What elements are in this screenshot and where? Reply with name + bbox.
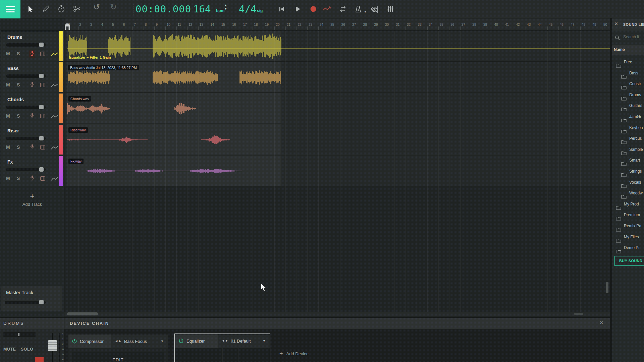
solo-button[interactable]: S [17,176,20,181]
library-folder-my-files[interactable]: My Files [612,232,644,242]
track-header-bass[interactable]: BassMS [1,62,63,93]
close-icon[interactable]: × [600,319,603,326]
volume-fader-knob[interactable] [48,340,57,351]
library-folder-my-prod[interactable]: My Prod [612,199,644,209]
pan-slider[interactable] [3,332,36,337]
menu-button[interactable] [0,0,20,18]
cursor-tool-button[interactable] [27,5,36,14]
loop-button[interactable] [339,6,347,14]
track-lane-drums[interactable]: Equalizer – Filter 1 Gain [64,31,610,62]
audio-clip[interactable] [86,156,242,186]
library-folder-woodw[interactable]: Woodw [612,188,644,198]
solo-button[interactable]: S [17,144,20,150]
mute-button[interactable]: M [6,51,10,56]
track-lane-fx[interactable]: Fx.wav [64,156,610,186]
mute-button[interactable]: M [6,82,10,87]
dropdown-icon[interactable]: ▼ [161,340,164,343]
automation-icon[interactable] [51,176,58,182]
track-volume-slider[interactable] [6,168,46,171]
library-folder-strings[interactable]: Strings [612,166,644,177]
time-display[interactable]: 00:00.000 [136,3,191,15]
mic-icon[interactable] [30,82,34,88]
automation-icon[interactable] [51,83,58,89]
preset-selector[interactable]: ◀ ▶ 01 Default ▼ [218,334,270,348]
audio-clip[interactable] [174,93,196,124]
volume-knob[interactable] [39,167,44,172]
metronome-dropdown-icon[interactable]: ▼ [364,10,367,13]
library-folder-percus[interactable]: Percus [612,133,644,144]
piano-roll-icon[interactable] [40,145,45,151]
power-icon[interactable] [178,338,184,344]
playhead-marker[interactable] [64,22,71,31]
power-icon[interactable] [72,339,77,344]
device-compressor[interactable]: Compressor ◀ ▶ Bass Focus ▼ EDIT [68,335,168,362]
play-button[interactable] [294,6,303,14]
scrollbar-thumb[interactable] [67,312,98,315]
solo-button[interactable]: S [17,82,20,87]
device-equalizer[interactable]: Equalizer ◀ ▶ 01 Default ▼ [174,334,270,362]
horizontal-scrollbar[interactable] [64,312,610,316]
bpm-stepper[interactable]: ▲ ▼ [224,4,227,10]
audio-clip[interactable] [153,31,281,62]
volume-knob[interactable] [39,105,44,109]
library-folder-sample[interactable]: Sample [612,144,644,155]
track-volume-slider[interactable] [6,74,46,78]
library-folder-keyboa[interactable]: Keyboa [612,122,644,133]
stopwatch-tool-button[interactable] [58,4,66,13]
automation-icon[interactable] [51,52,58,58]
volume-knob[interactable] [39,74,44,78]
piano-roll-icon[interactable] [40,82,45,88]
equalizer-graph[interactable] [175,348,270,362]
volume-knob[interactable] [39,136,44,140]
edit-button[interactable]: EDIT [72,352,164,362]
volume-knob[interactable] [39,43,44,47]
mixer-solo-button[interactable]: SOLO [21,347,33,352]
piano-roll-icon[interactable] [40,176,45,182]
scrollbar-thumb-secondary[interactable] [574,313,583,315]
name-column-header[interactable]: Name [612,45,644,55]
library-folder-jamgr[interactable]: JamGr [612,111,644,122]
solo-button[interactable]: S [17,113,20,119]
library-folder-demo-pr[interactable]: Demo Pr [612,242,644,253]
automation-icon[interactable] [51,145,58,151]
preset-prev-icon[interactable]: ◀ [115,340,117,343]
preset-selector[interactable]: ◀ ▶ Bass Focus ▼ [111,335,168,348]
mute-button[interactable]: M [6,144,10,150]
preset-next-icon[interactable]: ▶ [119,340,121,343]
bpm-down-icon[interactable]: ▼ [224,7,227,10]
mic-icon[interactable] [30,144,34,151]
track-lane-bass[interactable]: Bass.wav Audio Jul 18, 2023, 11:38:27 PM [64,62,610,93]
time-signature[interactable]: 4/4 [239,3,256,15]
mixer-mute-button[interactable]: MUTE [3,347,16,352]
horn-icon[interactable] [370,5,379,14]
add-track-button[interactable]: + Add Track [0,193,64,207]
track-lane-riser[interactable]: Riser.wav [64,124,610,155]
mute-button[interactable]: M [6,113,10,119]
track-header-chords[interactable]: ChordsMS [1,93,63,124]
library-folder-drums[interactable]: Drums [612,89,644,100]
mute-button[interactable]: M [6,176,10,181]
library-folder-premium[interactable]: Premium [612,209,644,220]
vertical-scrollbar-thumb[interactable] [606,282,608,293]
undo-icon[interactable]: ↺ [93,3,100,11]
bpm-value[interactable]: 164 [193,3,211,15]
solo-button[interactable]: S [17,51,20,56]
timeline[interactable]: 1234567891011121314151617181920212223242… [64,18,610,317]
audio-clip[interactable] [108,31,130,62]
master-track[interactable]: Master Track [1,286,62,311]
library-folder-smart[interactable]: Smart [612,155,644,166]
piano-roll-icon[interactable] [40,51,45,57]
audio-clip[interactable] [201,124,230,155]
library-folder-constr[interactable]: Constr [612,78,644,89]
mic-icon[interactable] [30,113,34,120]
redo-icon[interactable]: ↻ [110,3,117,11]
automation-icon[interactable] [51,114,58,120]
track-volume-slider[interactable] [6,43,46,47]
library-folder-bass[interactable]: Bass [612,68,644,78]
pencil-tool-button[interactable] [42,5,51,14]
piano-roll-icon[interactable] [40,114,45,120]
scissors-tool-button[interactable] [73,5,82,14]
skip-to-start-button[interactable] [278,6,287,14]
mic-icon[interactable] [30,175,34,182]
mixer-levels-icon[interactable] [387,5,396,14]
